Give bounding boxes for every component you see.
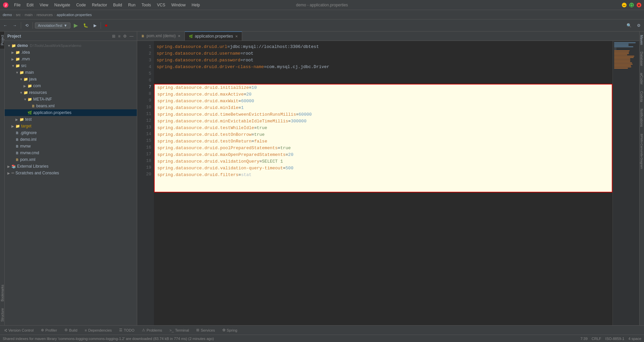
- status-indent[interactable]: 4 space: [628, 337, 641, 341]
- app-logo: J: [3, 2, 9, 8]
- tree-item-demo[interactable]: ▼ 📁 demo D:\Tools\JavaWorkSpace\demo: [5, 42, 137, 49]
- bottom-tab-services[interactable]: ⊞ Services: [193, 327, 218, 333]
- build-icon: ⚙: [64, 328, 68, 332]
- tree-item-mvn[interactable]: ▶ 📁 .mvn: [5, 56, 137, 62]
- toolbar-recent[interactable]: ⟲: [23, 22, 31, 29]
- menu-window[interactable]: Window: [169, 2, 189, 8]
- panel-settings[interactable]: ⚙: [122, 33, 127, 39]
- run-with-coverage[interactable]: ▶: [92, 22, 99, 29]
- spring-label: Spring: [227, 328, 237, 332]
- tree-item-scratches[interactable]: ▶ ✏ Scratches and Consoles: [5, 170, 137, 176]
- minimap-line-16: [614, 62, 632, 63]
- bottom-tab-dependencies[interactable]: ≡ Dependencies: [82, 327, 115, 333]
- code-line-10: spring.datasource.druid.minIdle=1: [157, 105, 609, 111]
- maximize-button[interactable]: □: [629, 3, 634, 7]
- tree-item-java[interactable]: ▼ 📁 java: [5, 76, 137, 82]
- tree-item-src[interactable]: ▼ 📁 src: [5, 62, 137, 69]
- tab-pom-close[interactable]: ✕: [178, 34, 180, 38]
- breadcrumb-src[interactable]: src: [16, 13, 21, 17]
- panel-collapse-all[interactable]: ≡: [117, 33, 121, 39]
- bottom-tab-spring[interactable]: ✿ Spring: [219, 327, 241, 333]
- code-line-15: spring.datasource.druid.testOnReturn=fal…: [157, 138, 609, 145]
- tree-item-pom[interactable]: ▶ 🗎 pom.xml: [5, 156, 137, 163]
- tree-item-application-properties[interactable]: ▶ 🌿 application.properties: [5, 109, 137, 116]
- window-controls: – □ ×: [622, 3, 641, 7]
- tree-item-mvnw-cmd[interactable]: ▶ 🗎 mvnw.cmd: [5, 150, 137, 156]
- minimap-line-3: [614, 45, 629, 46]
- bottom-tab-build[interactable]: ⚙ Build: [61, 327, 80, 333]
- right-tab-aicoder[interactable]: aiCoder: [640, 69, 644, 88]
- bottom-tab-terminal[interactable]: >_ Terminal: [166, 327, 192, 333]
- left-tab-structure[interactable]: Structure: [0, 305, 4, 325]
- bottom-tab-version-control[interactable]: ⑆ Version Control: [1, 327, 37, 333]
- tree-item-mvnw[interactable]: ▶ 🗎 mvnw: [5, 143, 137, 150]
- minimap-line-9: [614, 53, 629, 54]
- run-button[interactable]: ▶: [72, 21, 80, 30]
- tree-item-gitignore[interactable]: ▶ 🗎 .gitignore: [5, 129, 137, 136]
- search-everywhere[interactable]: 🔍: [625, 22, 634, 29]
- breadcrumb-demo[interactable]: demo: [3, 13, 12, 17]
- menu-build[interactable]: Build: [110, 2, 125, 8]
- close-button[interactable]: ×: [637, 3, 641, 7]
- code-line-13: spring.datasource.druid.testWhileIdle=tr…: [157, 125, 609, 131]
- menu-help[interactable]: Help: [189, 2, 203, 8]
- tree-item-test[interactable]: ▶ 📁 test: [5, 116, 137, 123]
- toolbar-separator-3: [101, 22, 101, 29]
- terminal-label: Terminal: [175, 328, 189, 332]
- breadcrumb-main[interactable]: main: [25, 13, 33, 17]
- tree-item-idea[interactable]: ▶ 📁 .idea: [5, 49, 137, 56]
- tree-item-external-libs[interactable]: ▶ 📚 External Libraries: [5, 163, 137, 170]
- menu-navigate[interactable]: Navigate: [52, 2, 73, 8]
- status-line-ending[interactable]: CRLF: [592, 337, 601, 341]
- settings-button[interactable]: ⚙: [635, 22, 643, 29]
- tab-application-close[interactable]: ✕: [235, 35, 238, 38]
- todo-label: TODO: [124, 328, 135, 332]
- menu-run[interactable]: Run: [125, 2, 138, 8]
- tree-item-meta-inf[interactable]: ▼ 📁 META-INF: [5, 96, 137, 103]
- minimap-content: [613, 41, 639, 70]
- stop-button[interactable]: ■: [103, 22, 109, 29]
- right-tab-database[interactable]: Database: [640, 48, 644, 69]
- bottom-tab-profiler[interactable]: ⊕ Profiler: [38, 327, 60, 333]
- main-area: Project Bookmarks Structure Project ⊞ ≡ …: [0, 32, 644, 325]
- panel-close[interactable]: —: [129, 33, 134, 39]
- menu-view[interactable]: View: [37, 2, 51, 8]
- menu-refactor[interactable]: Refactor: [89, 2, 110, 8]
- minimap-line-19: [614, 66, 631, 67]
- bottom-tab-todo[interactable]: ☰ TODO: [116, 327, 138, 333]
- menu-tools[interactable]: Tools: [139, 2, 154, 8]
- minimap[interactable]: [612, 41, 639, 325]
- menu-vcs[interactable]: VCS: [154, 2, 168, 8]
- right-tab-maven[interactable]: Maven: [640, 32, 644, 48]
- tree-item-demo-iml[interactable]: ▶ 🗎 demo.iml: [5, 136, 137, 143]
- left-tab-project[interactable]: Project: [0, 32, 4, 49]
- menu-file[interactable]: File: [11, 2, 23, 8]
- code-content[interactable]: spring.datasource.druid.url=jdbc:mysql:/…: [154, 41, 612, 325]
- tab-pom-xml[interactable]: 🗎 pom.xml (demo) ✕: [137, 32, 185, 41]
- tree-item-beans-xml[interactable]: ▶ 🗎 beans.xml: [5, 103, 137, 109]
- tab-application-properties[interactable]: 🌿 application.properties ✕: [185, 32, 242, 41]
- title-bar: J File Edit View Navigate Code Refactor …: [0, 0, 644, 10]
- menu-edit[interactable]: Edit: [24, 2, 36, 8]
- minimize-button[interactable]: –: [622, 3, 627, 7]
- debug-button[interactable]: 🐛: [81, 22, 90, 29]
- breadcrumb-resources[interactable]: resources: [37, 13, 53, 17]
- tree-item-target[interactable]: ▶ 📁 target: [5, 123, 137, 129]
- tree-item-resources[interactable]: ▼ 📁 resources: [5, 89, 137, 96]
- toolbar-right: 🔍 ⚙: [625, 22, 643, 29]
- code-line-14: spring.datasource.druid.testOnBorrow=tru…: [157, 131, 609, 138]
- right-tab-codota[interactable]: Codota: [640, 88, 644, 105]
- tree-item-main[interactable]: ▼ 📁 main: [5, 69, 137, 76]
- toolbar-back[interactable]: ←: [1, 22, 9, 29]
- toolbar-forward[interactable]: →: [11, 22, 19, 29]
- right-tab-bpmn[interactable]: BPMN-Camunda-Diagram: [640, 130, 644, 172]
- menu-code[interactable]: Code: [73, 2, 89, 8]
- bottom-tab-problems[interactable]: ⚠ Problems: [139, 327, 165, 333]
- right-tab-notifications[interactable]: Notifications: [640, 105, 644, 130]
- tree-item-com[interactable]: ▶ 📁 com: [5, 82, 137, 89]
- panel-expand-all[interactable]: ⊞: [111, 33, 116, 39]
- left-tab-bookmarks[interactable]: Bookmarks: [0, 281, 4, 305]
- run-config[interactable]: AnnotationTest ▼: [35, 22, 70, 28]
- code-editor[interactable]: 1 2 3 4 5 6 7 8 9 10 11 12 13 14 15 16 1…: [137, 41, 639, 325]
- status-encoding[interactable]: ISO-8859-1: [605, 337, 625, 341]
